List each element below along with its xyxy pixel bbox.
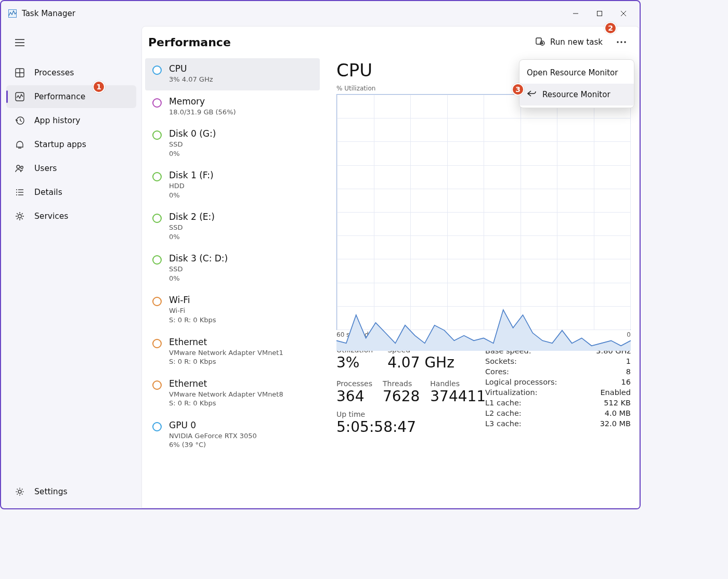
resource-title: GPU 0 — [169, 420, 257, 430]
resource-item[interactable]: Wi-FiWi-Fi S: 0 R: 0 Kbps — [145, 290, 320, 331]
spec-row: L1 cache:512 KB — [485, 398, 631, 408]
resource-indicator-icon — [152, 214, 162, 223]
resource-item[interactable]: CPU3% 4.07 GHz — [145, 58, 320, 90]
resource-subtext: SSD 0% — [169, 223, 215, 241]
resource-title: Disk 0 (G:) — [169, 128, 216, 139]
sidebar: Processes Performance App history Startu… — [1, 26, 141, 508]
spec-row: Virtualization:Enabled — [485, 387, 631, 398]
services-icon — [15, 211, 25, 221]
resource-item[interactable]: Disk 2 (E:)SSD 0% — [145, 206, 320, 247]
spec-key: L2 cache: — [485, 409, 522, 417]
menu-open-resource-monitor[interactable]: Open Resource Monitor — [519, 62, 634, 84]
spec-value: 1 — [626, 357, 631, 365]
sidebar-item-label: App history — [34, 116, 81, 125]
detail-pane: CPU AMD Ryzen 7 5… % Utilization 60 seco… — [323, 58, 639, 508]
annotation-badge-3: 3 — [512, 83, 524, 96]
resource-subtext: SSD 0% — [169, 265, 228, 283]
sidebar-item-details[interactable]: Details — [6, 181, 136, 204]
performance-icon — [15, 91, 25, 102]
resource-item[interactable]: Disk 1 (F:)HDD 0% — [145, 165, 320, 206]
spec-row: Logical processors:16 — [485, 377, 631, 387]
spec-value: 512 KB — [604, 399, 631, 407]
more-menu: Open Resource Monitor Resource Monitor — [519, 59, 634, 108]
spec-value: 4.0 MB — [605, 409, 631, 417]
svg-point-29 — [620, 41, 622, 43]
menu-item-label: Resource Monitor — [542, 90, 610, 99]
cpu-chart — [336, 94, 631, 330]
menu-resource-monitor[interactable]: Resource Monitor — [519, 84, 634, 106]
minimize-button[interactable] — [564, 4, 588, 23]
resource-subtext: 18.0/31.9 GB (56%) — [169, 108, 236, 117]
sidebar-item-processes[interactable]: Processes — [6, 61, 136, 84]
annotation-badge-2: 2 — [604, 22, 617, 34]
spec-key: Sockets: — [485, 357, 517, 365]
stat-label: Threads — [383, 379, 420, 388]
gear-icon — [15, 486, 25, 497]
content-header: Performance Run new task — [142, 27, 639, 58]
stat-value: 3% — [336, 354, 373, 371]
resource-title: Wi-Fi — [169, 295, 216, 305]
details-icon — [15, 187, 25, 198]
sidebar-item-performance[interactable]: Performance — [6, 85, 136, 108]
sidebar-item-label: Services — [34, 212, 68, 221]
spec-key: Logical processors: — [485, 378, 557, 386]
history-icon — [15, 115, 25, 126]
more-button[interactable] — [611, 33, 632, 51]
sidebar-item-label: Details — [34, 188, 62, 197]
detail-title: CPU — [336, 60, 372, 81]
resource-title: Disk 1 (F:) — [169, 170, 214, 180]
resource-indicator-icon — [152, 98, 162, 108]
resource-title: CPU — [169, 63, 213, 74]
run-task-label: Run new task — [550, 37, 603, 47]
stat-value: 4.07 GHz — [387, 354, 454, 371]
resource-title: Memory — [169, 96, 236, 107]
resource-title: Disk 3 (C: D:) — [169, 253, 228, 264]
spec-key: Cores: — [485, 367, 509, 376]
maximize-button[interactable] — [588, 4, 612, 23]
sidebar-item-label: Processes — [34, 68, 74, 77]
svg-point-22 — [18, 215, 21, 218]
resource-indicator-icon — [152, 339, 162, 348]
resource-item[interactable]: Disk 3 (C: D:)SSD 0% — [145, 248, 320, 289]
resource-list: CPU3% 4.07 GHzMemory18.0/31.9 GB (56%)Di… — [142, 58, 323, 508]
resource-subtext: HDD 0% — [169, 181, 214, 200]
sidebar-item-settings[interactable]: Settings — [6, 480, 136, 503]
sidebar-item-label: Performance — [34, 92, 85, 101]
stat-label: Up time — [336, 410, 470, 418]
spec-key: Virtualization: — [485, 388, 538, 397]
svg-marker-31 — [336, 310, 631, 351]
spec-key: L1 cache: — [485, 399, 522, 407]
resource-subtext: VMware Network Adapter VMnet8 S: 0 R: 0 … — [169, 390, 283, 408]
resource-subtext: NVIDIA GeForce RTX 3050 6% (39 °C) — [169, 431, 257, 450]
resource-indicator-icon — [152, 297, 162, 306]
close-button[interactable] — [612, 4, 635, 23]
spec-value: 32.0 MB — [600, 419, 631, 428]
resource-indicator-icon — [152, 65, 162, 75]
stat-value: 5:05:58:47 — [336, 418, 470, 436]
resource-subtext: Wi-Fi S: 0 R: 0 Kbps — [169, 306, 216, 324]
spec-row: Sockets:1 — [485, 356, 631, 366]
page-title: Performance — [148, 36, 231, 49]
resource-item[interactable]: EthernetVMware Network Adapter VMnet1 S:… — [145, 332, 320, 373]
resource-indicator-icon — [152, 130, 162, 140]
resource-item[interactable]: Memory18.0/31.9 GB (56%) — [145, 91, 320, 123]
stat-label: Handles — [430, 379, 486, 388]
resource-item[interactable]: Disk 0 (G:)SSD 0% — [145, 123, 320, 164]
run-task-icon — [536, 36, 545, 48]
spec-row: Cores:8 — [485, 366, 631, 377]
hamburger-button[interactable] — [9, 32, 30, 53]
startup-icon — [15, 139, 25, 150]
menu-item-label: Open Resource Monitor — [527, 68, 618, 77]
resource-item[interactable]: GPU 0NVIDIA GeForce RTX 3050 6% (39 °C) — [145, 415, 320, 456]
resource-item[interactable]: EthernetVMware Network Adapter VMnet8 S:… — [145, 373, 320, 414]
svg-rect-2 — [597, 11, 602, 16]
spec-value: 8 — [626, 367, 631, 376]
app-title: Task Manager — [22, 9, 75, 18]
spec-row: L3 cache:32.0 MB — [485, 418, 631, 429]
sidebar-item-startup-apps[interactable]: Startup apps — [6, 133, 136, 156]
sidebar-item-services[interactable]: Services — [6, 205, 136, 228]
run-new-task-button[interactable]: Run new task — [530, 33, 608, 51]
users-icon — [15, 163, 25, 174]
sidebar-item-users[interactable]: Users — [6, 157, 136, 180]
sidebar-item-app-history[interactable]: App history — [6, 109, 136, 132]
